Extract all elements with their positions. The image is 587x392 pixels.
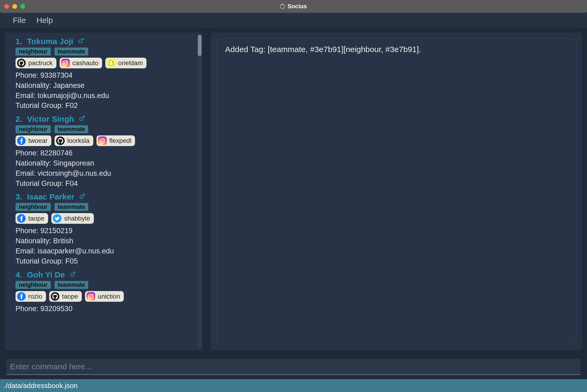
main-area: 1.Tokuma Jojineighbourteammatepactruckca… <box>0 28 587 355</box>
command-input[interactable] <box>6 359 581 375</box>
person-item[interactable]: 2.Victor Singhneighbourteammatetwoearloo… <box>16 115 194 189</box>
tag-badge: teammate <box>55 203 88 211</box>
titlebar: Socius <box>0 0 587 13</box>
socials-row: twoearloorkslaflexpedl <box>16 135 194 146</box>
person-header: 2.Victor Singh <box>16 115 194 124</box>
social-chip-instagram[interactable]: flexpedl <box>96 135 135 146</box>
person-email: Email: isaacparker@u.nus.edu <box>16 246 194 256</box>
tag-badge: teammate <box>55 48 88 56</box>
person-item[interactable]: 4.Goh Yi Deneighbourteammateroziotaopeun… <box>16 270 194 314</box>
svg-rect-24 <box>87 292 95 301</box>
person-tutorial: Tutorial Group: F05 <box>16 256 194 266</box>
close-window-button[interactable] <box>4 4 9 9</box>
person-name: Victor Singh <box>27 115 74 124</box>
traffic-lights <box>4 4 25 9</box>
social-chip-facebook[interactable]: twoear <box>16 135 51 146</box>
social-handle: shabbyte <box>64 215 90 222</box>
maximize-window-button[interactable] <box>20 4 25 9</box>
tags-row: neighbourteammate <box>16 48 194 56</box>
facebook-icon <box>17 214 26 223</box>
window-title: Socius <box>288 3 307 10</box>
person-name: Tokuma Joji <box>27 37 73 46</box>
instagram-icon <box>98 136 107 145</box>
person-tutorial: Tutorial Group: F02 <box>16 101 194 111</box>
svg-point-16 <box>80 195 83 198</box>
person-list-pane: 1.Tokuma Jojineighbourteammatepactruckca… <box>5 33 203 350</box>
social-chip-github[interactable]: loorksla <box>55 135 93 146</box>
person-name: Goh Yi De <box>27 270 65 279</box>
github-icon <box>17 59 26 67</box>
tag-badge: teammate <box>55 125 88 133</box>
result-pane: Added Tag: [teammate, #3e7b91][neighbour… <box>211 33 582 350</box>
person-header: 3.Isaac Parker <box>16 192 194 201</box>
person-index: 1. <box>16 37 22 46</box>
github-icon <box>51 292 59 301</box>
tag-badge: teammate <box>55 281 88 289</box>
menu-file[interactable]: File <box>13 16 26 25</box>
svg-point-15 <box>103 139 104 140</box>
social-chip-twitter[interactable]: shabbyte <box>51 213 94 224</box>
socials-row: roziotaopeuniction <box>16 291 194 302</box>
svg-point-27 <box>92 294 93 295</box>
person-header: 4.Goh Yi De <box>16 270 194 279</box>
social-handle: taope <box>62 293 78 300</box>
person-tutorial: Tutorial Group: F04 <box>16 179 194 189</box>
instagram-icon <box>61 59 70 67</box>
social-chip-facebook[interactable]: rozio <box>16 291 46 302</box>
person-phone: Phone: 93387304 <box>16 70 194 81</box>
svg-point-20 <box>71 273 74 276</box>
social-handle: twoear <box>28 137 48 144</box>
svg-point-8 <box>80 117 83 121</box>
menu-help[interactable]: Help <box>36 16 53 25</box>
facebook-icon <box>17 292 26 301</box>
command-area <box>0 355 587 379</box>
svg-point-23 <box>51 292 59 301</box>
person-phone: Phone: 82280746 <box>16 148 194 158</box>
social-chip-instagram[interactable]: cashauto <box>60 58 102 68</box>
tags-row: neighbourteammate <box>16 125 194 133</box>
person-list[interactable]: 1.Tokuma Jojineighbourteammatepactruckca… <box>5 36 200 347</box>
male-gender-icon <box>70 271 76 279</box>
result-inner: Added Tag: [teammate, #3e7b91][neighbour… <box>217 38 576 344</box>
svg-point-6 <box>67 61 67 62</box>
person-item[interactable]: 1.Tokuma Jojineighbourteammatepactruckca… <box>16 37 194 111</box>
social-chip-snapchat[interactable]: orieldam <box>105 58 146 68</box>
snapchat-icon <box>107 59 115 67</box>
menubar: File Help <box>0 13 587 28</box>
male-gender-icon <box>79 115 85 123</box>
svg-point-2 <box>17 59 26 67</box>
person-phone: Phone: 92150219 <box>16 226 194 236</box>
result-text: Added Tag: [teammate, #3e7b91][neighbour… <box>225 45 421 54</box>
loading-spinner-icon <box>280 4 285 9</box>
github-icon <box>56 136 65 145</box>
tag-badge: neighbour <box>16 281 51 289</box>
person-email: Email: tokumajoji@u.nus.edu <box>16 91 194 101</box>
person-header: 1.Tokuma Joji <box>16 37 194 46</box>
social-handle: taope <box>28 215 44 222</box>
person-phone: Phone: 93209530 <box>16 304 194 314</box>
socials-row: taopeshabbyte <box>16 213 194 224</box>
person-nationality: Nationality: British <box>16 236 194 246</box>
social-chip-facebook[interactable]: taope <box>16 213 48 224</box>
twitter-icon <box>53 214 61 223</box>
facebook-icon <box>17 136 26 145</box>
scrollbar-thumb[interactable] <box>198 35 202 56</box>
person-nationality: Nationality: Japanese <box>16 81 194 91</box>
statusbar: ./data/addressbook.json <box>0 379 587 392</box>
tags-row: neighbourteammate <box>16 281 194 289</box>
social-handle: flexpedl <box>109 137 132 144</box>
social-chip-github[interactable]: pactruck <box>16 58 56 68</box>
minimize-window-button[interactable] <box>12 4 17 9</box>
male-gender-icon <box>79 193 86 201</box>
tag-badge: neighbour <box>16 125 51 133</box>
social-chip-github[interactable]: taope <box>49 291 82 302</box>
person-name: Isaac Parker <box>27 192 74 201</box>
person-index: 2. <box>16 115 22 124</box>
social-chip-instagram[interactable]: uniction <box>85 291 124 302</box>
social-handle: loorksla <box>67 137 90 144</box>
social-handle: cashauto <box>72 59 98 67</box>
svg-rect-12 <box>98 136 107 145</box>
scrollbar-track <box>198 35 202 348</box>
person-item[interactable]: 3.Isaac Parkerneighbourteammatetaopeshab… <box>16 192 194 266</box>
person-index: 3. <box>16 192 22 201</box>
